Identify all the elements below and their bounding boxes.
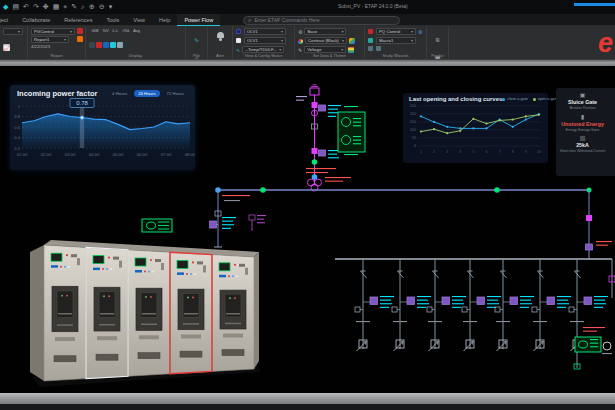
- zoom-in-icon[interactable]: ⊕: [89, 1, 95, 13]
- display-swatch-icon[interactable]: [103, 42, 109, 48]
- study-wizards-dropdown-2[interactable]: Macro1▾: [376, 37, 416, 44]
- theme-rainbow-icon[interactable]: [349, 38, 355, 44]
- leftcut-dropdown[interactable]: ▾: [3, 28, 23, 35]
- select-icon[interactable]: ⌕: [81, 1, 85, 13]
- breaker-position-icon: ▣: [580, 92, 586, 99]
- tab-collaborate[interactable]: Collaborate: [15, 14, 57, 26]
- bottom-dark-strip: [0, 404, 615, 410]
- svg-text:1: 1: [18, 104, 21, 109]
- display-swatches-row1: [89, 35, 182, 53]
- wizard-tool-icon-2[interactable]: [376, 46, 381, 51]
- display-chip-0[interactable]: √kW: [91, 29, 99, 33]
- plot-curve-icon[interactable]: ∿: [194, 37, 199, 44]
- edit-icon[interactable]: ✎: [71, 1, 77, 13]
- etap-logo: e: [598, 30, 613, 57]
- wizard-tool-icon-1[interactable]: [368, 46, 373, 51]
- pin-icon[interactable]: ⌖: [63, 1, 67, 13]
- report-open-icon[interactable]: [77, 36, 83, 42]
- power-factor-title: Incoming power factor: [17, 89, 97, 98]
- range-button-72-hours[interactable]: 72 Hours: [163, 90, 188, 97]
- display-chip-1[interactable]: %V: [103, 29, 109, 33]
- switchgear-3d-view[interactable]: [28, 231, 262, 392]
- tab-help[interactable]: Help: [152, 14, 177, 26]
- range-button-4-hours[interactable]: 4 Hours: [108, 90, 131, 97]
- svg-text:150: 150: [410, 120, 416, 124]
- svg-text:0.78: 0.78: [76, 100, 88, 106]
- display-swatch-icon[interactable]: [117, 42, 123, 48]
- display-chip-4[interactable]: Avg: [133, 29, 139, 33]
- olv-light-icon: [236, 38, 241, 43]
- olv-dark-icon: [236, 29, 241, 34]
- legend-label: close a gate: [507, 97, 527, 101]
- chart-icon[interactable]: 📈: [3, 45, 11, 52]
- layout-icon[interactable]: ▦: [53, 1, 60, 13]
- undo-icon[interactable]: ↶: [23, 1, 29, 13]
- redo-icon[interactable]: ↷: [33, 1, 39, 13]
- svg-text:08:00: 08:00: [185, 152, 195, 157]
- svg-text:50: 50: [412, 136, 416, 140]
- ribbon-group-leftcut: ▾ 📈: [0, 26, 28, 59]
- wizard-gear-icon[interactable]: ⚙: [418, 29, 422, 36]
- tab-view[interactable]: View: [126, 14, 152, 26]
- svg-text:250: 250: [410, 104, 416, 108]
- view-config-dropdown-3[interactable]: --Temp/TDULF--▾: [242, 46, 284, 53]
- bottom-strip: [0, 393, 615, 404]
- svg-text:7: 7: [499, 150, 501, 154]
- more-caret-icon[interactable]: ▾: [109, 1, 113, 13]
- save-icon[interactable]: ▤: [12, 1, 19, 13]
- status-item-hand-cart-position: ◫120 mmHand Cart Position: [609, 92, 615, 111]
- ribbon-group-study-wizards: PQ Control▾ ⚙ Macro1▾ Study Wizards: [365, 26, 427, 59]
- alert-bell-icon[interactable]: [217, 32, 224, 38]
- range-button-24-hours[interactable]: 24 Hours: [134, 90, 159, 97]
- ribbon: ▾ 📈 PGControl▾ Report1▾ 4/22/2023 Report…: [0, 26, 615, 59]
- display-swatch-icon[interactable]: [110, 42, 116, 48]
- tab-references[interactable]: References: [57, 14, 99, 26]
- svg-text:07:00: 07:00: [161, 152, 172, 157]
- status-item-energy-storage-state: ▮Unstored EnergyEnergy Storage State: [559, 114, 606, 133]
- breaker-status-panel: ▣Sluice GateBreaker Position◫120 mmHand …: [556, 88, 615, 176]
- power-factor-chart: 10.80.60.40.201:0002:0003:0004:0005:0006…: [10, 98, 195, 160]
- search-placeholder: Enter ETAP Commands Here: [254, 17, 319, 23]
- search-icon: ⌕: [248, 17, 251, 24]
- svg-text:5: 5: [472, 150, 474, 154]
- tab-power-flow[interactable]: Power Flow: [177, 14, 220, 26]
- pan-icon[interactable]: ✥: [43, 1, 49, 13]
- svg-text:0.4: 0.4: [14, 135, 20, 140]
- report-run-icon[interactable]: [77, 28, 83, 34]
- svg-text:200: 200: [410, 112, 416, 116]
- display-swatch-icon[interactable]: [89, 42, 95, 48]
- app-icon[interactable]: ◆: [3, 1, 8, 13]
- predict-wave-icon[interactable]: ≋: [435, 37, 440, 44]
- svg-text:3: 3: [446, 150, 448, 154]
- set-data-dropdown-1[interactable]: Base▾: [304, 28, 346, 35]
- zoom-out-icon[interactable]: ⊖: [99, 1, 105, 13]
- view-config-dropdown-1[interactable]: OLV1▾: [244, 28, 286, 35]
- report-dropdown-1[interactable]: PGControl▾: [31, 28, 75, 35]
- status-label: Short-time Withstand Current: [560, 149, 605, 154]
- set-data-dropdown-3[interactable]: Voltage▾: [304, 46, 346, 53]
- menu-bar: ProjectCollaborateReferencesToolsViewHel…: [0, 14, 615, 26]
- display-chip-2[interactable]: L-L: [113, 29, 119, 33]
- svg-text:05:00: 05:00: [113, 152, 124, 157]
- tab-project[interactable]: Project: [0, 14, 15, 26]
- tab-tools[interactable]: Tools: [99, 14, 126, 26]
- status-label: Breaker Position: [570, 106, 596, 111]
- report-dropdown-2[interactable]: Report1▾: [31, 36, 69, 43]
- display-chip-3[interactable]: √%k: [122, 29, 129, 33]
- set-data-dropdown-2[interactable]: Contrast (Black)▾: [305, 37, 347, 44]
- gear-icon: ⚙: [298, 29, 302, 36]
- view-config-dropdown-2[interactable]: OLV1▾: [244, 37, 286, 44]
- ribbon-divider-strip: [0, 59, 615, 66]
- curves-panel: Last opening and closing curves close a …: [403, 93, 548, 163]
- ribbon-spacer: [449, 26, 615, 59]
- wizard-teal-icon: [368, 38, 373, 43]
- svg-text:100: 100: [410, 128, 416, 132]
- status-item-short-time-withstand-current: ▥25kAShort-time Withstand Current: [559, 135, 606, 154]
- command-search-box[interactable]: ⌕ Enter ETAP Commands Here: [243, 16, 400, 25]
- display-swatch-icon[interactable]: [96, 42, 102, 48]
- wizard-red-icon: [368, 29, 373, 34]
- report-date: 4/22/2023: [31, 44, 75, 49]
- display-swatch-icon[interactable]: [124, 42, 130, 48]
- study-wizards-dropdown-1[interactable]: PQ Control▾: [376, 28, 416, 35]
- oneline-canvas[interactable]: Incoming power factor 4 Hours24 Hours72 …: [0, 66, 615, 393]
